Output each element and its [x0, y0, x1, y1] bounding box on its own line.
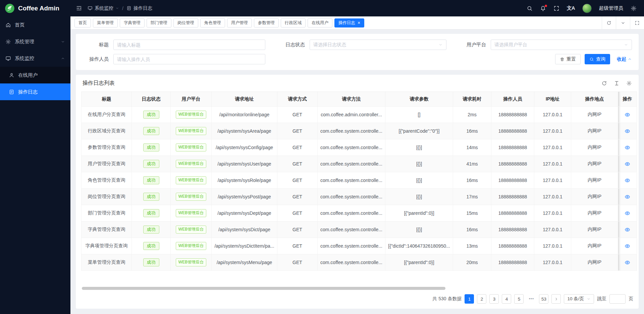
fullscreen-icon[interactable]	[553, 5, 559, 11]
sidebar-item-system-management[interactable]: 系统管理	[0, 33, 70, 50]
column-header: 用户平台	[171, 92, 212, 107]
tab-item[interactable]: 菜单管理	[93, 18, 118, 27]
view-detail-icon[interactable]	[625, 145, 630, 150]
density-icon[interactable]	[614, 80, 620, 86]
view-detail-icon[interactable]	[625, 112, 630, 118]
table-empty-space	[81, 271, 633, 286]
tab-item[interactable]: 岗位管理	[173, 18, 198, 27]
tab-item[interactable]: 在线用户	[308, 18, 332, 27]
breadcrumb-separator: /	[122, 6, 123, 11]
translate-icon[interactable]: 文A	[567, 5, 575, 11]
cell-platform: WEB管理后台	[171, 107, 212, 123]
cell-request-params: [{}]	[385, 172, 453, 189]
filter-field-platform: 用户平台 请选择用户平台	[460, 40, 632, 50]
tab-label: 部门管理	[151, 20, 167, 26]
tab-item[interactable]: 用户管理	[227, 18, 252, 27]
page-button[interactable]: 5	[514, 294, 524, 304]
cell-ip-address: 127.0.0.1	[534, 238, 571, 254]
sidebar-item-home[interactable]: 首页	[0, 16, 70, 33]
tab-item[interactable]: 部门管理	[147, 18, 171, 27]
cell-title: 字典项管理分页查询	[82, 238, 132, 254]
chevron-down-icon	[438, 43, 443, 47]
column-settings-icon[interactable]	[626, 80, 632, 86]
page-button[interactable]: 1	[465, 294, 474, 304]
cell-request-url: /api/system/sysDict/page	[212, 222, 277, 238]
platform-select[interactable]: 请选择用户平台	[491, 40, 632, 50]
tab-close-icon[interactable]: ×	[358, 20, 360, 25]
collapse-filters-link[interactable]: 收起	[617, 56, 632, 62]
tab-item[interactable]: 首页	[74, 18, 91, 27]
cell-platform: WEB管理后台	[171, 172, 212, 189]
breadcrumb-item-operation-log[interactable]: 操作日志	[126, 5, 152, 11]
view-detail-icon[interactable]	[625, 243, 630, 249]
horizontal-scrollbar[interactable]	[82, 287, 633, 290]
cell-status: 成功	[132, 222, 171, 238]
user-avatar[interactable]	[582, 4, 592, 13]
cell-request-url: /api/system/sysDept/page	[212, 205, 277, 222]
refresh-table-icon[interactable]	[601, 80, 607, 86]
topbar: 系统监控 / 操作日志 文A 超级管理员	[70, 0, 644, 16]
search-icon[interactable]	[527, 5, 533, 11]
column-header: 操作人员	[491, 92, 534, 107]
sidebar-item-operation-log[interactable]: 操作日志	[0, 83, 70, 100]
table-row: 字典管理分页查询成功WEB管理后台/api/system/sysDict/pag…	[82, 222, 637, 238]
settings-icon[interactable]	[631, 5, 637, 11]
refresh-icon	[606, 20, 611, 25]
breadcrumb-item-monitor[interactable]: 系统监控	[88, 5, 119, 11]
page-button[interactable]: 3	[489, 294, 499, 304]
view-detail-icon[interactable]	[625, 161, 630, 167]
jump-page-input[interactable]	[609, 294, 626, 304]
operator-input[interactable]	[113, 54, 265, 64]
cell-request-method: GET	[277, 189, 318, 205]
content-fullscreen-button[interactable]	[630, 16, 644, 29]
cell-title: 字典管理分页查询	[82, 222, 132, 238]
cell-request-params: []	[385, 107, 453, 123]
status-select[interactable]: 请选择日志状态	[310, 40, 446, 50]
column-header: 标题	[82, 92, 132, 107]
total-count: 共 530 条数据	[432, 296, 462, 302]
platform-select-placeholder: 请选择用户平台	[494, 42, 527, 48]
view-detail-icon[interactable]	[625, 178, 630, 183]
tab-item[interactable]: 操作日志×	[334, 18, 364, 27]
tab-options-button[interactable]	[616, 16, 630, 29]
cell-request-handler: com.coffee.system.controlle...	[318, 189, 385, 205]
page-button[interactable]: 53	[539, 294, 548, 304]
refresh-tab-button[interactable]	[602, 16, 616, 29]
tab-item[interactable]: 行政区域	[281, 18, 306, 27]
platform-badge: WEB管理后台	[176, 193, 206, 201]
view-detail-icon[interactable]	[625, 210, 630, 216]
cell-actions	[618, 189, 637, 205]
page-ellipsis[interactable]: •••	[527, 294, 536, 304]
view-detail-icon[interactable]	[625, 260, 630, 265]
reset-button[interactable]: 重置	[555, 54, 581, 64]
sidebar-item-system-monitor[interactable]: 系统监控	[0, 50, 70, 67]
cell-title: 菜单管理分页查询	[82, 254, 132, 271]
page-button[interactable]: 2	[477, 294, 486, 304]
page-button[interactable]: 4	[502, 294, 511, 304]
page-size-select[interactable]: 10 条/页	[564, 294, 594, 304]
cell-request-url: /api/monitor/online/page	[212, 107, 277, 123]
table-row: 部门管理分页查询成功WEB管理后台/api/system/sysDept/pag…	[82, 205, 637, 222]
tab-label: 首页	[78, 20, 87, 26]
next-page-button[interactable]	[551, 294, 561, 304]
cell-request-duration: 16ms	[453, 123, 491, 139]
cell-location: 内网IP	[571, 107, 618, 123]
breadcrumb: 系统监控 / 操作日志	[88, 5, 152, 11]
title-input[interactable]	[113, 40, 265, 50]
collapse-sidebar-icon[interactable]	[76, 5, 82, 11]
sidebar-item-online-users[interactable]: 在线用户	[0, 67, 70, 83]
cell-request-method: GET	[277, 107, 318, 123]
tab-item[interactable]: 参数管理	[254, 18, 279, 27]
tab-item[interactable]: 字典管理	[120, 18, 145, 27]
view-detail-icon[interactable]	[625, 194, 630, 200]
tab-item[interactable]: 角色管理	[200, 18, 225, 27]
breadcrumb-label: 操作日志	[133, 5, 152, 11]
cell-actions	[618, 254, 637, 271]
search-button[interactable]: 查询	[585, 54, 610, 64]
view-detail-icon[interactable]	[625, 227, 630, 233]
username[interactable]: 超级管理员	[599, 5, 624, 11]
notifications-button[interactable]	[540, 5, 546, 11]
view-detail-icon[interactable]	[625, 128, 630, 134]
sidebar: Coffee Admin 首页系统管理系统监控在线用户操作日志	[0, 0, 70, 314]
scrollbar-thumb[interactable]	[82, 287, 445, 290]
